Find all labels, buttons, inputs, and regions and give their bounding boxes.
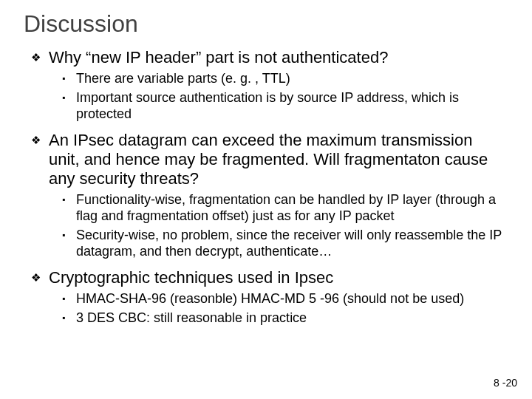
list-item-text: An IPsec datagram can exceed the maximum… [49, 131, 505, 188]
sub-list-item-text: Functionality-wise, fragmentation can be… [76, 191, 505, 224]
list-item: ❖ Why “new IP header” part is not authen… [31, 48, 505, 67]
sub-list-item: ▪ There are variable parts (e. g. , TTL) [62, 70, 505, 86]
sub-list-item-text: HMAC-SHA-96 (reasonble) HMAC-MD 5 -96 (s… [76, 290, 464, 307]
sub-list-item: ▪ Functionality-wise, fragmentation can … [62, 191, 505, 224]
sub-list: ▪ HMAC-SHA-96 (reasonble) HMAC-MD 5 -96 … [62, 290, 505, 326]
sub-list-item: ▪ HMAC-SHA-96 (reasonble) HMAC-MD 5 -96 … [62, 290, 505, 307]
list-item-text: Cryptographic techniques used in Ipsec [49, 268, 333, 287]
sub-list-item: ▪ Important source authentication is by … [62, 89, 505, 122]
list-item: ❖ Cryptographic techniques used in Ipsec [31, 268, 505, 287]
slide-title: Discussion [24, 10, 505, 38]
sub-list-item: ▪ 3 DES CBC: still reasonable in practic… [62, 310, 505, 326]
sub-list-item-text: There are variable parts (e. g. , TTL) [76, 70, 290, 86]
square-bullet-icon: ▪ [62, 89, 69, 106]
diamond-bullet-icon: ❖ [31, 268, 41, 287]
square-bullet-icon: ▪ [62, 290, 69, 307]
square-bullet-icon: ▪ [62, 227, 69, 243]
diamond-bullet-icon: ❖ [31, 48, 41, 67]
slide-content: ❖ Why “new IP header” part is not authen… [31, 48, 505, 326]
square-bullet-icon: ▪ [62, 191, 69, 208]
diamond-bullet-icon: ❖ [31, 131, 41, 150]
sub-list-item-text: 3 DES CBC: still reasonable in practice [76, 310, 307, 326]
list-item-text: Why “new IP header” part is not authenti… [49, 48, 388, 67]
square-bullet-icon: ▪ [62, 310, 69, 326]
sub-list: ▪ Functionality-wise, fragmentation can … [62, 191, 505, 259]
list-item: ❖ An IPsec datagram can exceed the maxim… [31, 131, 505, 188]
page-number: 8 -20 [494, 377, 517, 389]
sub-list: ▪ There are variable parts (e. g. , TTL)… [62, 70, 505, 122]
sub-list-item-text: Security-wise, no problem, since the rec… [76, 227, 505, 259]
square-bullet-icon: ▪ [62, 70, 69, 86]
sub-list-item: ▪ Security-wise, no problem, since the r… [62, 227, 505, 259]
sub-list-item-text: Important source authentication is by so… [76, 89, 505, 122]
slide: Discussion ❖ Why “new IP header” part is… [0, 0, 532, 399]
